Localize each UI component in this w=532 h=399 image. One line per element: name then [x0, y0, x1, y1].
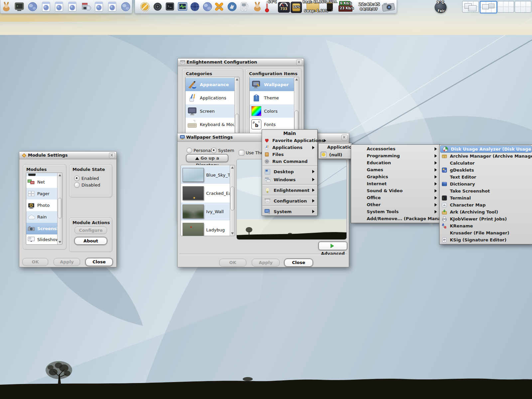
- menu-item-accessories[interactable]: Accessories: [351, 145, 440, 152]
- go-up-directory-button[interactable]: Go up a Directory: [186, 154, 228, 162]
- menu-item-text-editor[interactable]: Text Editor: [440, 174, 532, 181]
- browser-globe-icon[interactable]: [202, 1, 213, 12]
- terminal-icon[interactable]: [165, 1, 175, 12]
- module-titlebar[interactable]: Module Settings: [19, 152, 116, 159]
- module-row-slideshow[interactable]: Slideshow: [26, 234, 58, 244]
- category-row-applications[interactable]: Applications: [186, 91, 235, 104]
- item-row-fonts[interactable]: abc Fonts: [250, 118, 294, 131]
- menu-item-archive-manager[interactable]: Archive Manager (Archive Manager): [440, 153, 532, 160]
- globe-icon[interactable]: [120, 1, 131, 12]
- apply-button[interactable]: Apply: [54, 258, 80, 266]
- menu-item-terminal[interactable]: Terminal: [440, 195, 532, 201]
- menu-item-system-tools[interactable]: System Tools: [351, 208, 440, 215]
- menu-item-krusader[interactable]: Krusader (File Manager): [440, 229, 532, 236]
- amarok-wolf-icon[interactable]: [227, 1, 237, 12]
- modules-scrollbar[interactable]: [57, 173, 62, 244]
- enabled-radio[interactable]: [74, 176, 80, 181]
- menu-item-enlightenment[interactable]: Enlightenment: [262, 186, 317, 194]
- web-document-icon[interactable]: [94, 1, 104, 12]
- media-player-icon[interactable]: [239, 1, 249, 12]
- close-icon[interactable]: [109, 153, 115, 158]
- module-row-screenshot[interactable]: Screenshot: [26, 223, 58, 234]
- configure-button[interactable]: Configure: [74, 226, 107, 234]
- xchat-icon[interactable]: chat: [214, 1, 224, 12]
- menu-item-favorite-applications[interactable]: Favorite Applications: [262, 137, 317, 144]
- menu-item-kjobviewer[interactable]: KJobViewer (Print Jobs): [440, 215, 532, 222]
- menu-item-games[interactable]: Games: [351, 166, 440, 173]
- theme-config-icon[interactable]: [140, 1, 150, 12]
- system-monitor-icon[interactable]: [177, 1, 188, 12]
- menu-item-files[interactable]: Files: [262, 151, 317, 158]
- menu-item-configuration[interactable]: Configuration: [262, 197, 317, 205]
- web-document-icon[interactable]: [67, 1, 78, 12]
- network-sphere-icon[interactable]: [190, 1, 200, 12]
- file-row[interactable]: Cracked_Earth: [181, 184, 230, 202]
- volume-mixer-icon[interactable]: [152, 1, 163, 12]
- system-radio[interactable]: [211, 148, 217, 153]
- close-icon[interactable]: [341, 135, 347, 140]
- pager-desk-2-current[interactable]: [480, 1, 497, 13]
- menu-item-run-command[interactable]: Run Command: [262, 158, 317, 165]
- module-row-photo[interactable]: Photo: [26, 200, 58, 211]
- file-row[interactable]: Ivy_Wall: [181, 202, 230, 220]
- module-row-net[interactable]: Net: [26, 176, 58, 188]
- menu-item-ark[interactable]: Ark (Archiving Tool): [440, 208, 532, 215]
- file-row[interactable]: Ladybug: [181, 221, 230, 236]
- item-row-colors[interactable]: Colors: [250, 104, 294, 118]
- category-row-keyboard-mouse[interactable]: Keyboard & Mouse: [186, 118, 235, 131]
- close-icon[interactable]: [296, 60, 302, 65]
- file-row[interactable]: Blue_Sky_Tree: [181, 166, 230, 184]
- package-installer-icon[interactable]: [81, 1, 91, 12]
- menu-item-graphics[interactable]: Graphics: [351, 173, 440, 180]
- pager-desk-1[interactable]: [462, 1, 479, 13]
- menu-item-gdesklets[interactable]: gDesklets: [440, 167, 532, 174]
- disabled-radio[interactable]: [74, 182, 80, 188]
- pager-desk-4[interactable]: [515, 1, 531, 13]
- xfce-mascot-icon[interactable]: [252, 1, 263, 12]
- menu-item-add-remove[interactable]: Add/Remove... (Package Manager): [351, 215, 440, 222]
- module-row-rain[interactable]: Rain: [26, 211, 58, 223]
- ok-button[interactable]: OK: [22, 258, 48, 266]
- apply-button[interactable]: Apply: [252, 259, 280, 267]
- clipped-module-row[interactable]: [26, 173, 58, 176]
- use-theme-checkbox[interactable]: [239, 150, 244, 156]
- menu-item-other[interactable]: Other: [351, 201, 440, 208]
- module-row-pager[interactable]: Pager: [26, 188, 58, 200]
- menu-item-windows[interactable]: Windows: [262, 176, 317, 184]
- menu-item-sound-video[interactable]: Sound & Video: [351, 187, 440, 194]
- personal-radio[interactable]: [187, 148, 192, 153]
- menu-item-applications[interactable]: Applications: [262, 144, 317, 151]
- menu-item-internet[interactable]: Internet: [351, 180, 440, 187]
- web-document-icon[interactable]: [54, 1, 65, 12]
- menu-item-ksig[interactable]: KSig (Signature Editor): [440, 236, 532, 243]
- xfce-mascot-icon[interactable]: [1, 1, 12, 12]
- menu-item-calculator[interactable]: Calculator: [440, 160, 532, 167]
- menu-item-krename[interactable]: AB KRename: [440, 222, 532, 229]
- menu-item-take-screenshot[interactable]: Take Screenshot: [440, 188, 532, 195]
- web-document-icon[interactable]: [107, 1, 118, 12]
- menu-item-programming[interactable]: Programming: [351, 152, 440, 159]
- terminal-crt-icon[interactable]: [14, 1, 25, 12]
- about-button[interactable]: About: [74, 237, 107, 245]
- menu-item-system[interactable]: System: [262, 207, 317, 215]
- close-button[interactable]: Close: [85, 258, 113, 266]
- menu-item-disk-usage-analyzer[interactable]: Disk Usage Analyzer (Disk Usage Analyzer…: [440, 146, 532, 153]
- pager-desk-3[interactable]: [497, 1, 514, 13]
- file-list-scrollbar[interactable]: [230, 165, 235, 236]
- menu-item-office[interactable]: Office: [351, 194, 440, 201]
- menu-item-desktop[interactable]: Desktop: [262, 168, 317, 176]
- close-button[interactable]: Close: [284, 259, 313, 267]
- advanced-button[interactable]: Advanced: [319, 242, 347, 250]
- category-row-screen[interactable]: Screen: [186, 104, 235, 118]
- category-row-appearance[interactable]: Appearance: [186, 78, 235, 91]
- ok-button[interactable]: OK: [219, 259, 246, 267]
- item-row-theme[interactable]: Theme: [250, 91, 294, 104]
- globe-icon[interactable]: [27, 1, 38, 12]
- menu-item-education[interactable]: Education: [351, 159, 440, 166]
- menu-item-dictionary[interactable]: Dictionary: [440, 181, 532, 188]
- web-document-icon[interactable]: [41, 1, 52, 12]
- menu-item-character-map[interactable]: Character Map: [440, 201, 532, 208]
- config-titlebar[interactable]: Enlightenment Configuration: [178, 59, 304, 66]
- screenshot-gadget-icon[interactable]: [381, 1, 396, 13]
- menu-item-null[interactable]: (null): [319, 151, 352, 159]
